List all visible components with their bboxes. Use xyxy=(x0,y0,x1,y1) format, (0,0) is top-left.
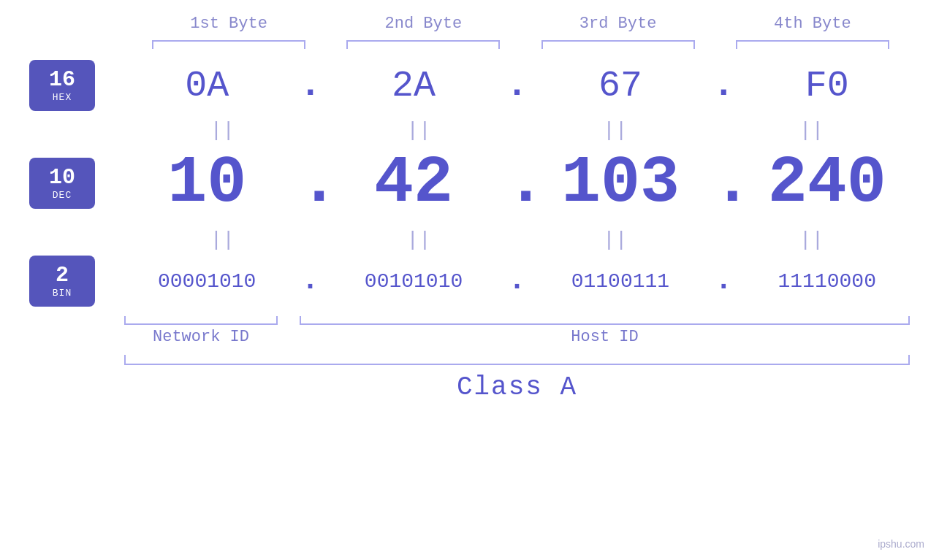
hex-val-3: 67 xyxy=(547,65,693,107)
eq-7: || xyxy=(535,229,696,251)
equals-row-2: || || || || xyxy=(29,229,910,251)
watermark: ipshu.com xyxy=(878,538,924,550)
eq-3: || xyxy=(535,119,696,142)
hex-val-4: F0 xyxy=(754,65,900,107)
hex-dot-2: . xyxy=(506,67,528,104)
bin-dot-2: . xyxy=(506,266,528,296)
label-gap xyxy=(278,328,300,346)
bin-val-2: 00101010 xyxy=(341,270,487,293)
hex-badge-num: 16 xyxy=(49,68,75,92)
dec-dot-2: . xyxy=(506,150,528,216)
bottom-section: Network ID Host ID Class A xyxy=(29,316,910,402)
eq-2: || xyxy=(338,119,499,142)
byte-header-2: 2nd Byte xyxy=(343,15,503,33)
bin-val-1: 00001010 xyxy=(134,270,280,293)
byte-header-3: 3rd Byte xyxy=(538,15,699,33)
bracket-gap xyxy=(278,316,300,325)
bin-badge-label: BIN xyxy=(53,288,72,299)
id-labels-row: Network ID Host ID xyxy=(124,328,910,346)
bin-badge: 2 BIN xyxy=(29,256,95,307)
eq-6: || xyxy=(338,229,499,251)
top-bracket-3 xyxy=(541,40,695,49)
top-brackets xyxy=(29,40,910,49)
dec-badge-num: 10 xyxy=(49,166,75,190)
eq-1: || xyxy=(142,119,303,142)
equals-row-1: || || || || xyxy=(29,119,910,142)
bin-badge-num: 2 xyxy=(56,264,69,288)
eq-4: || xyxy=(731,119,892,142)
hex-badge-label: HEX xyxy=(53,92,72,103)
bin-val-4: 11110000 xyxy=(754,270,900,293)
bin-dot-3: . xyxy=(712,266,734,296)
top-bracket-2 xyxy=(346,40,500,49)
hex-val-2: 2A xyxy=(341,65,487,107)
class-bracket xyxy=(124,355,910,365)
hex-dot-1: . xyxy=(300,67,322,104)
eq-5: || xyxy=(142,229,303,251)
hex-val-1: 0A xyxy=(134,65,280,107)
byte-header-4: 4th Byte xyxy=(732,15,893,33)
dec-badge-label: DEC xyxy=(53,190,72,201)
class-bracket-row xyxy=(124,355,910,365)
hex-row: 16 HEX 0A . 2A . 67 . F0 xyxy=(29,60,910,111)
host-id-label: Host ID xyxy=(300,328,910,346)
dec-values: 10 . 42 . 103 . 240 xyxy=(124,146,910,220)
byte-header-1: 1st Byte xyxy=(148,15,309,33)
dec-val-1: 10 xyxy=(134,146,280,220)
top-bracket-4 xyxy=(736,40,889,49)
dec-val-2: 42 xyxy=(341,146,487,220)
byte-headers: 1st Byte 2nd Byte 3rd Byte 4th Byte xyxy=(29,15,910,33)
dec-row: 10 DEC 10 . 42 . 103 . 240 xyxy=(29,146,910,220)
bin-dot-1: . xyxy=(300,266,322,296)
id-brackets-row xyxy=(124,316,910,325)
hex-dot-3: . xyxy=(712,67,734,104)
bin-values: 00001010 . 00101010 . 01100111 . 1111000… xyxy=(124,266,910,296)
network-id-label: Network ID xyxy=(124,328,278,346)
dec-dot-3: . xyxy=(712,150,734,216)
hex-badge: 16 HEX xyxy=(29,60,95,111)
top-bracket-1 xyxy=(152,40,305,49)
dec-val-4: 240 xyxy=(754,146,900,220)
main-container: 1st Byte 2nd Byte 3rd Byte 4th Byte 16 H… xyxy=(0,0,939,560)
eq-8: || xyxy=(731,229,892,251)
bin-row: 2 BIN 00001010 . 00101010 . 01100111 . 1… xyxy=(29,256,910,307)
dec-badge: 10 DEC xyxy=(29,158,95,209)
network-bracket xyxy=(124,316,278,325)
host-bracket xyxy=(300,316,910,325)
dec-val-3: 103 xyxy=(547,146,693,220)
hex-values: 0A . 2A . 67 . F0 xyxy=(124,65,910,107)
bin-val-3: 01100111 xyxy=(547,270,693,293)
dec-dot-1: . xyxy=(300,150,322,216)
class-label: Class A xyxy=(124,372,910,402)
